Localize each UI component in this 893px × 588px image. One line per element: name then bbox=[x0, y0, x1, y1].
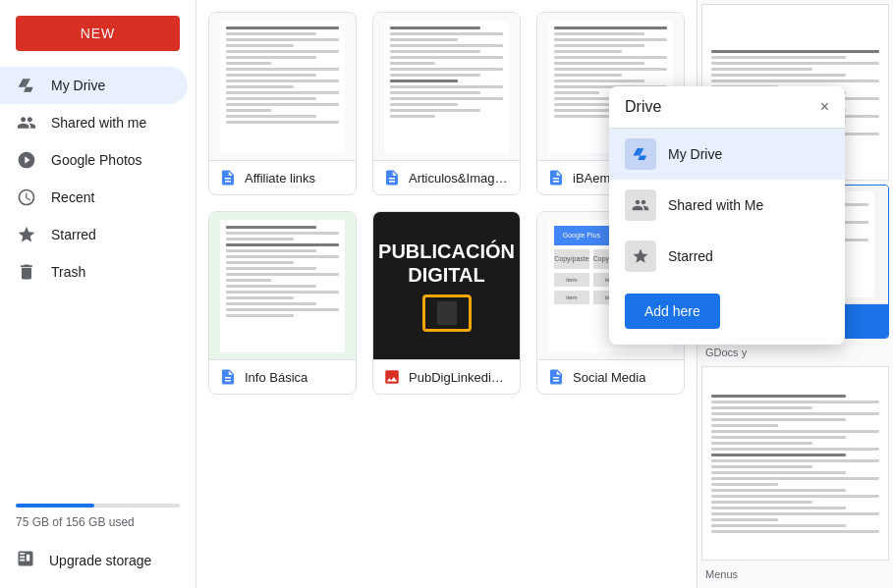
file-footer-info: Info Básica bbox=[209, 359, 356, 394]
file-card-info[interactable]: Info Básica bbox=[208, 211, 357, 395]
popup-item-shared[interactable]: Shared with Me bbox=[609, 180, 845, 231]
file-thumb-affiliate bbox=[209, 13, 356, 160]
starred-label: Starred bbox=[51, 227, 96, 242]
file-card-pubdig[interactable]: PUBLICACIÓNDIGITAL PubDigLinkedin.jpg bbox=[372, 211, 521, 395]
gdocs-label: GDocs y bbox=[701, 343, 889, 362]
new-button[interactable]: NEW bbox=[16, 16, 180, 51]
file-thumb-pubdig: PUBLICACIÓNDIGITAL bbox=[373, 212, 520, 359]
popup-shared-label: Shared with Me bbox=[668, 197, 763, 213]
file-name-pubdig: PubDigLinkedin.jpg bbox=[409, 370, 510, 385]
my-drive-label: My Drive bbox=[51, 78, 105, 93]
storage-text: 75 GB of 156 GB used bbox=[16, 515, 135, 529]
sidebar: NEW My Drive Shared with me Google Photo… bbox=[0, 0, 196, 588]
menus-label: Menus bbox=[701, 564, 889, 584]
photos-icon bbox=[16, 149, 37, 171]
upgrade-label: Upgrade storage bbox=[49, 553, 151, 568]
popup-starred-label: Starred bbox=[668, 248, 713, 264]
upgrade-storage-button[interactable]: Upgrade storage bbox=[0, 541, 195, 580]
popup-title: Drive bbox=[625, 98, 661, 116]
star-icon bbox=[16, 224, 37, 245]
file-name-info: Info Básica bbox=[245, 370, 307, 385]
grid-icon bbox=[16, 549, 35, 572]
popup-item-my-drive[interactable]: My Drive bbox=[609, 129, 845, 180]
sidebar-item-starred[interactable]: Starred bbox=[0, 216, 188, 253]
file-thumb-articulos bbox=[373, 13, 520, 160]
popup-drive-icon bbox=[625, 138, 656, 170]
storage-info: 75 GB of 156 GB used bbox=[0, 492, 195, 541]
trash-label: Trash bbox=[51, 264, 85, 280]
trash-icon bbox=[16, 261, 37, 283]
sidebar-item-recent[interactable]: Recent bbox=[0, 179, 188, 216]
recent-label: Recent bbox=[51, 189, 94, 205]
popup-my-drive-label: My Drive bbox=[668, 146, 722, 162]
popup-add-button[interactable]: Add here bbox=[625, 294, 720, 329]
file-footer-articulos: Articulos&Imagenes bbox=[373, 160, 520, 194]
file-footer-pubdig: PubDigLinkedin.jpg bbox=[373, 359, 520, 394]
file-footer-affiliate: Affiliate links bbox=[209, 160, 356, 194]
file-card-articulos[interactable]: Articulos&Imagenes bbox=[372, 12, 521, 195]
file-footer-social: Social Media bbox=[537, 359, 684, 394]
preview-bottom bbox=[701, 366, 889, 561]
file-name-social: Social Media bbox=[573, 370, 645, 385]
people-icon bbox=[16, 112, 37, 134]
popup-item-starred[interactable]: Starred bbox=[609, 231, 845, 282]
sidebar-item-trash[interactable]: Trash bbox=[0, 253, 188, 291]
drive-popup: Drive × My Drive Shared with Me Starred bbox=[609, 86, 845, 345]
popup-close-button[interactable]: × bbox=[820, 98, 829, 116]
file-name-articulos: Articulos&Imagenes bbox=[409, 171, 510, 186]
shared-label: Shared with me bbox=[51, 115, 146, 131]
file-thumb-info bbox=[209, 212, 356, 359]
sidebar-item-my-drive[interactable]: My Drive bbox=[0, 67, 188, 104]
popup-header: Drive × bbox=[609, 86, 845, 129]
sidebar-item-shared[interactable]: Shared with me bbox=[0, 104, 188, 141]
sidebar-item-photos[interactable]: Google Photos bbox=[0, 141, 188, 179]
file-name-affiliate: Affiliate links bbox=[245, 171, 315, 186]
drive-icon bbox=[16, 75, 37, 96]
file-card-affiliate[interactable]: Affiliate links bbox=[208, 12, 357, 195]
popup-people-icon bbox=[625, 189, 656, 221]
photos-label: Google Photos bbox=[51, 152, 142, 168]
clock-icon bbox=[16, 187, 37, 208]
popup-star-icon bbox=[625, 241, 656, 272]
